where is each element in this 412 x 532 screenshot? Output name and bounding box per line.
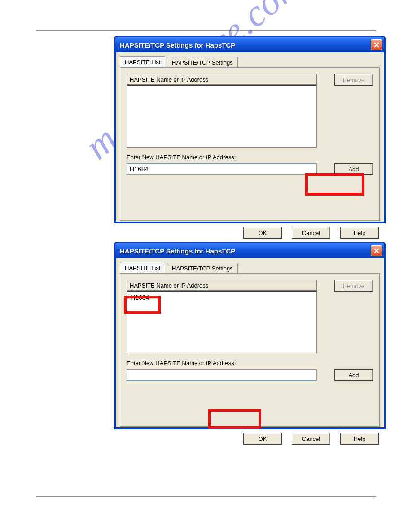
list-column-header[interactable]: HAPSITE Name or IP Address bbox=[127, 280, 317, 291]
list-column-header[interactable]: HAPSITE Name or IP Address bbox=[127, 74, 317, 85]
help-button[interactable]: Help bbox=[340, 433, 379, 445]
tab-hapsite-tcp-settings[interactable]: HAPSITE/TCP Settings bbox=[167, 263, 238, 273]
close-icon bbox=[374, 42, 379, 48]
dialog-hapsite-tcp-1: HAPSITE/TCP Settings for HapsTCP HAPSITE… bbox=[114, 36, 386, 223]
close-button[interactable] bbox=[371, 245, 382, 256]
cancel-button[interactable]: Cancel bbox=[292, 227, 330, 239]
tab-hapsite-list[interactable]: HAPSITE List bbox=[120, 262, 165, 273]
hapsite-list[interactable]: H1684 bbox=[127, 291, 317, 353]
enter-ip-label: Enter New HAPSITE Name or IP Address: bbox=[127, 154, 373, 161]
dialog-hapsite-tcp-2: HAPSITE/TCP Settings for HapsTCP HAPSITE… bbox=[114, 242, 386, 429]
tab-strip: HAPSITE List HAPSITE/TCP Settings bbox=[120, 262, 380, 274]
remove-button[interactable]: Remove bbox=[334, 74, 373, 86]
close-icon bbox=[374, 248, 379, 253]
hapsite-list[interactable] bbox=[127, 85, 317, 148]
page-rule-top bbox=[36, 30, 376, 31]
dialog-content: HAPSITE List HAPSITE/TCP Settings HAPSIT… bbox=[115, 258, 384, 449]
enter-ip-label: Enter New HAPSITE Name or IP Address: bbox=[127, 360, 373, 366]
cancel-button[interactable]: Cancel bbox=[292, 433, 330, 445]
dialog-content: HAPSITE List HAPSITE/TCP Settings HAPSIT… bbox=[115, 52, 384, 243]
tab-hapsite-tcp-settings[interactable]: HAPSITE/TCP Settings bbox=[167, 57, 238, 67]
tab-panel: HAPSITE Name or IP Address Remove Enter … bbox=[120, 67, 380, 221]
help-button[interactable]: Help bbox=[340, 227, 379, 239]
page-rule-bottom bbox=[36, 496, 376, 497]
tab-strip: HAPSITE List HAPSITE/TCP Settings bbox=[120, 56, 380, 68]
add-button[interactable]: Add bbox=[334, 369, 373, 381]
new-hapsite-input[interactable] bbox=[127, 163, 317, 175]
window-title: HAPSITE/TCP Settings for HapsTCP bbox=[120, 247, 235, 255]
new-hapsite-input[interactable] bbox=[127, 369, 317, 381]
tab-panel: HAPSITE Name or IP Address H1684 Remove … bbox=[120, 273, 380, 427]
ok-button[interactable]: OK bbox=[243, 227, 282, 239]
ok-button[interactable]: OK bbox=[243, 433, 282, 445]
window-title: HAPSITE/TCP Settings for HapsTCP bbox=[120, 41, 235, 49]
remove-button[interactable]: Remove bbox=[334, 280, 373, 292]
add-button[interactable]: Add bbox=[334, 163, 373, 175]
close-button[interactable] bbox=[371, 39, 382, 50]
tab-hapsite-list[interactable]: HAPSITE List bbox=[120, 56, 165, 67]
titlebar[interactable]: HAPSITE/TCP Settings for HapsTCP bbox=[115, 37, 384, 52]
list-item[interactable]: H1684 bbox=[130, 293, 314, 302]
titlebar[interactable]: HAPSITE/TCP Settings for HapsTCP bbox=[115, 243, 384, 258]
